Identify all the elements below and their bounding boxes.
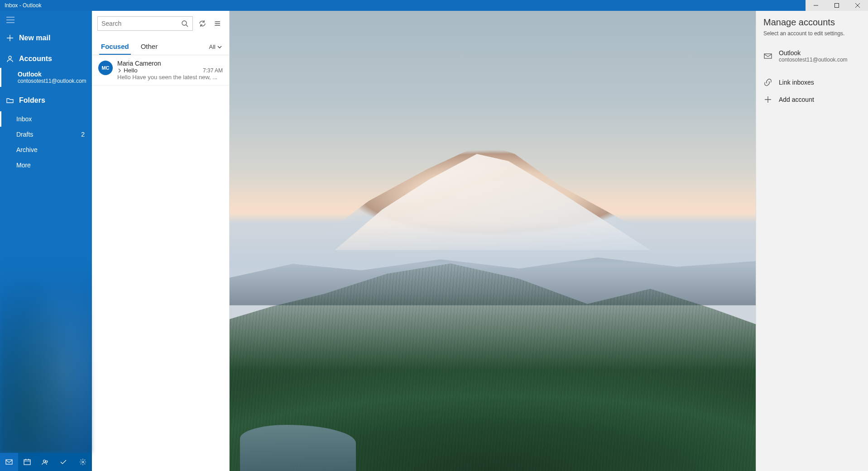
minimize-button[interactable] [806,0,826,11]
inbox-tabs: Focused Other All [92,36,229,55]
folder-count: 2 [81,131,85,138]
svg-point-7 [182,21,187,25]
mail-icon [763,52,772,60]
person-icon [5,54,14,63]
folders-label: Folders [19,96,45,105]
title-bar: Inbox - Outlook [0,0,868,11]
tab-other[interactable]: Other [139,43,160,55]
tab-focused[interactable]: Focused [99,43,131,55]
maximize-button[interactable] [826,0,847,11]
accounts-header[interactable]: Accounts [0,50,92,68]
sidebar-bottom-bar [0,453,92,471]
filter-label: All [209,43,216,50]
reading-pane [230,11,756,471]
svg-point-1 [9,56,11,59]
svg-point-5 [46,461,48,462]
search-input[interactable] [101,20,181,27]
nav-sidebar: New mail Accounts Outlook contosotest11@… [0,11,92,471]
svg-point-4 [43,460,46,462]
message-from: Maria Cameron [117,60,223,67]
svg-point-6 [82,461,84,463]
mail-app-icon[interactable] [0,453,18,471]
plus-icon [5,33,14,43]
window-title: Inbox - Outlook [5,2,41,9]
background-image [230,11,756,471]
message-subject-text: Hello [124,67,138,74]
svg-rect-3 [24,460,30,465]
account-entry[interactable]: Outlook contosotest11@outlook.com [756,45,868,67]
message-item[interactable]: MC Maria Cameron Hello 7:37 AM Hello Hav… [92,55,229,86]
message-list-pane: Focused Other All MC Maria Cameron Hello… [92,11,230,471]
todo-app-icon[interactable] [54,453,72,471]
link-inboxes-button[interactable]: Link inboxes [756,74,868,91]
folder-more[interactable]: More [0,157,92,173]
link-icon [763,78,772,86]
folder-label: More [16,162,31,169]
avatar: MC [98,61,113,75]
window-controls [806,0,868,11]
new-mail-label: New mail [19,34,50,42]
filter-dropdown[interactable]: All [209,43,222,55]
account-name: Outlook [779,49,848,57]
svg-rect-8 [764,54,772,58]
hamburger-button[interactable] [0,11,92,29]
svg-rect-0 [835,4,839,8]
chevron-down-icon [217,45,222,49]
panel-subtitle: Select an account to edit settings. [756,30,868,45]
people-app-icon[interactable] [36,453,54,471]
svg-rect-2 [6,460,12,464]
folder-label: Archive [16,146,38,153]
folder-label: Drafts [16,131,33,138]
sidebar-account-email: contosotest11@outlook.com [18,78,92,84]
link-inboxes-label: Link inboxes [779,79,814,86]
folder-label: Inbox [16,115,32,123]
accounts-label: Accounts [19,55,52,63]
sync-button[interactable] [197,19,208,28]
folder-drafts[interactable]: Drafts 2 [0,127,92,142]
account-email: contosotest11@outlook.com [779,57,848,63]
message-subject: Hello [117,67,138,74]
folder-inbox[interactable]: Inbox [0,111,92,127]
calendar-app-icon[interactable] [18,453,36,471]
search-box[interactable] [97,16,193,31]
manage-accounts-panel: Manage accounts Select an account to edi… [756,11,868,471]
message-time: 7:37 AM [203,67,223,74]
add-account-button[interactable]: Add account [756,91,868,108]
message-preview: Hello Have you seen the latest new, ... [117,74,223,81]
search-icon[interactable] [181,19,189,28]
folders-header[interactable]: Folders [0,91,92,109]
folder-icon [5,96,14,105]
plus-icon [763,95,772,104]
close-button[interactable] [847,0,868,11]
folder-archive[interactable]: Archive [0,142,92,157]
panel-title: Manage accounts [756,11,868,30]
settings-icon[interactable] [74,453,92,471]
add-account-label: Add account [779,96,814,103]
selection-mode-button[interactable] [212,19,224,28]
chevron-right-icon [117,68,122,73]
sidebar-account-name: Outlook [18,71,92,78]
new-mail-button[interactable]: New mail [0,29,92,47]
sidebar-account[interactable]: Outlook contosotest11@outlook.com [0,68,92,87]
